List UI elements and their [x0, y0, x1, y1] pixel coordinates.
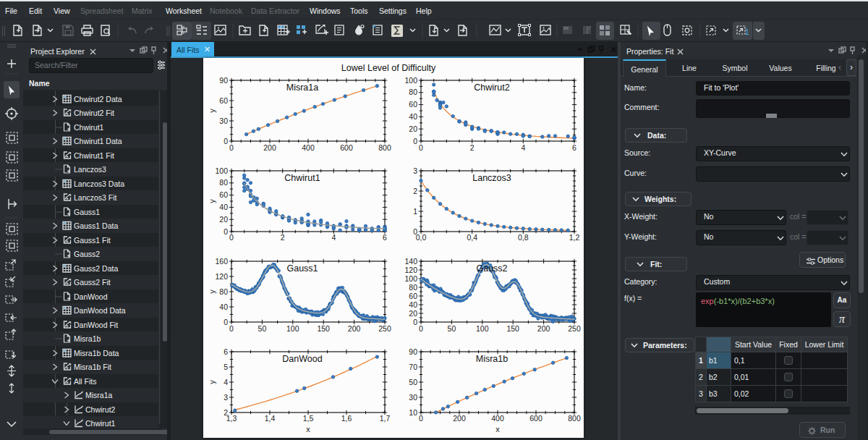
svg-text:Lanczos3: Lanczos3 [472, 173, 511, 183]
svg-text:100: 100 [215, 166, 228, 175]
svg-text:200: 200 [537, 324, 550, 333]
svg-text:70: 70 [409, 363, 417, 371]
svg-text:50: 50 [448, 324, 456, 333]
svg-text:0: 0 [413, 227, 417, 236]
svg-text:Misra1a: Misra1a [286, 82, 319, 93]
svg-text:600: 600 [340, 143, 353, 152]
svg-text:2: 2 [224, 408, 228, 417]
svg-text:100: 100 [404, 274, 417, 283]
svg-text:150: 150 [317, 324, 330, 333]
svg-text:1,6: 1,6 [341, 414, 352, 423]
svg-text:1: 1 [413, 207, 417, 216]
svg-text:600: 600 [529, 414, 542, 423]
svg-text:4: 4 [331, 233, 336, 242]
svg-text:x: x [495, 425, 500, 433]
svg-text:6: 6 [572, 143, 576, 152]
svg-text:0: 0 [419, 324, 423, 333]
svg-text:400: 400 [302, 143, 315, 152]
svg-text:1,2: 1,2 [569, 233, 580, 242]
svg-text:0: 0 [229, 324, 234, 333]
svg-text:1: 1 [745, 28, 749, 36]
svg-text:0: 0 [229, 233, 234, 242]
svg-text:5: 5 [224, 363, 228, 371]
svg-text:20: 20 [409, 124, 417, 133]
svg-text:6: 6 [383, 233, 387, 242]
svg-text:140: 140 [404, 257, 417, 266]
svg-text:4: 4 [224, 378, 228, 386]
svg-text:200: 200 [348, 324, 361, 333]
svg-text:60: 60 [409, 292, 417, 300]
svg-text:0: 0 [224, 227, 228, 236]
svg-text:20: 20 [409, 309, 417, 318]
svg-text:50: 50 [258, 324, 267, 333]
svg-text:50: 50 [409, 378, 417, 386]
svg-text:0: 0 [224, 137, 228, 145]
svg-text:4: 4 [521, 143, 525, 152]
svg-text:0,4: 0,4 [467, 233, 477, 242]
svg-text:800: 800 [378, 143, 391, 152]
svg-text:250: 250 [568, 324, 581, 333]
svg-text:40: 40 [219, 203, 228, 211]
svg-text:160: 160 [215, 257, 228, 266]
svg-text:0: 0 [419, 143, 423, 152]
svg-text:60: 60 [409, 100, 417, 109]
svg-text:100: 100 [404, 76, 417, 85]
svg-text:80: 80 [219, 178, 228, 187]
svg-text:10: 10 [409, 408, 417, 417]
svg-text:y: y [208, 199, 216, 203]
svg-text:0: 0 [229, 143, 234, 152]
svg-text:Gauss2: Gauss2 [476, 263, 507, 274]
svg-text:60: 60 [219, 96, 228, 105]
svg-text:2: 2 [470, 143, 475, 152]
svg-text:120: 120 [215, 272, 228, 281]
svg-text:80: 80 [409, 88, 417, 96]
svg-text:6: 6 [224, 347, 228, 356]
svg-text:y: y [208, 289, 216, 294]
svg-text:40: 40 [409, 300, 417, 309]
svg-text:60: 60 [219, 190, 228, 199]
svg-text:0: 0 [413, 137, 417, 145]
svg-text:120: 120 [404, 266, 417, 274]
svg-text:0: 0 [419, 414, 423, 423]
svg-text:0: 0 [224, 318, 228, 326]
svg-text:y: y [208, 380, 216, 384]
svg-text:2: 2 [413, 187, 417, 195]
svg-text:80: 80 [219, 287, 228, 296]
svg-text:150: 150 [506, 324, 519, 333]
svg-text:Chwirut1: Chwirut1 [284, 173, 320, 183]
svg-text:3: 3 [224, 393, 228, 402]
svg-text:2: 2 [281, 233, 285, 242]
svg-text:Chwirut2: Chwirut2 [474, 82, 509, 93]
svg-text:200: 200 [453, 414, 466, 423]
svg-text:y: y [208, 109, 216, 113]
svg-text:Misra1b: Misra1b [476, 354, 509, 364]
svg-text:400: 400 [491, 414, 504, 423]
svg-text:0,8: 0,8 [518, 233, 529, 242]
svg-text:100: 100 [286, 324, 299, 333]
svg-text:1,7: 1,7 [380, 414, 391, 423]
svg-text:90: 90 [219, 76, 228, 85]
svg-text:250: 250 [378, 324, 391, 333]
svg-text:Gauss1: Gauss1 [286, 263, 318, 274]
svg-text:DanWood: DanWood [282, 354, 322, 364]
svg-text:90: 90 [409, 347, 417, 356]
svg-text:30: 30 [219, 117, 228, 125]
svg-text:1,4: 1,4 [265, 414, 276, 423]
svg-text:0: 0 [413, 318, 417, 326]
svg-text:1,5: 1,5 [303, 414, 314, 423]
svg-text:80: 80 [409, 283, 417, 292]
svg-text:40: 40 [219, 302, 228, 311]
svg-text:20: 20 [219, 215, 228, 224]
svg-text:100: 100 [476, 324, 489, 333]
svg-text:3: 3 [413, 166, 417, 175]
svg-text:30: 30 [409, 393, 417, 402]
svg-text:200: 200 [263, 143, 276, 152]
svg-text:800: 800 [568, 414, 581, 423]
svg-text:40: 40 [409, 112, 417, 121]
svg-text:x: x [306, 425, 310, 433]
svg-text:Lowel Level of Difficulty: Lowel Level of Difficulty [341, 63, 436, 73]
